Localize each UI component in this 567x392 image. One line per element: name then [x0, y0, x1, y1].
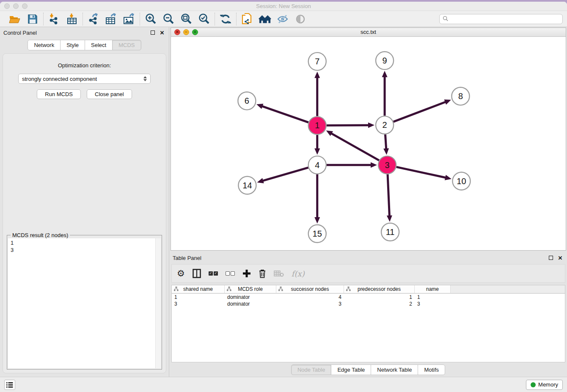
- select-all-icon[interactable]: ✓✓: [209, 268, 218, 279]
- close-window-icon[interactable]: [4, 3, 10, 9]
- gear-icon[interactable]: ⚙: [177, 268, 185, 279]
- duplicate-network-icon[interactable]: [241, 13, 253, 25]
- export-image-icon[interactable]: [123, 13, 135, 25]
- edge-3-1[interactable]: [330, 133, 379, 160]
- tab-mcds[interactable]: MCDS: [112, 40, 141, 50]
- open-folder-icon[interactable]: [8, 13, 21, 25]
- minimize-window-icon[interactable]: [13, 3, 19, 9]
- refresh-icon[interactable]: [219, 13, 232, 25]
- control-panel-tabs: NetworkStyleSelectMCDS: [0, 40, 169, 50]
- result-scrollbar[interactable]: [155, 238, 161, 368]
- table-cell[interactable]: dominator: [225, 301, 276, 307]
- import-table-icon[interactable]: [66, 13, 78, 25]
- close-table-panel-icon[interactable]: ✕: [557, 254, 564, 261]
- float-table-panel-icon[interactable]: [548, 254, 554, 261]
- tab-select[interactable]: Select: [85, 40, 113, 50]
- criterion-select[interactable]: strongly connected component: [18, 74, 151, 84]
- task-history-button[interactable]: [4, 380, 15, 390]
- save-icon[interactable]: [26, 13, 39, 25]
- import-network-icon[interactable]: [48, 13, 61, 25]
- table-cell[interactable]: dominator: [225, 294, 276, 301]
- node-label-4: 4: [315, 160, 319, 170]
- export-network-icon[interactable]: [87, 13, 100, 25]
- network-close-icon[interactable]: ✕: [174, 29, 180, 35]
- ndex-home-icon[interactable]: [259, 13, 271, 25]
- column-header-successor-nodes[interactable]: successor nodes: [276, 285, 344, 293]
- table-row[interactable]: 3dominator323: [172, 301, 565, 307]
- table-header[interactable]: shared nameMCDS rolesuccessor nodesprede…: [172, 285, 565, 294]
- table-cell[interactable]: 1: [415, 294, 451, 301]
- edge-arrowhead: [382, 71, 388, 77]
- close-panel-button[interactable]: Close panel: [87, 89, 132, 99]
- network-canvas[interactable]: 7968124314101511: [171, 37, 566, 250]
- delete-column-icon[interactable]: [259, 268, 266, 279]
- column-header-MCDS-role[interactable]: MCDS role: [225, 285, 276, 293]
- edge-2-8[interactable]: [394, 102, 447, 122]
- node-label-7: 7: [315, 57, 319, 66]
- float-panel-icon[interactable]: [149, 29, 156, 36]
- control-panel: Control Panel ✕ NetworkStyleSelectMCDS O…: [0, 27, 169, 377]
- search-input[interactable]: [439, 14, 563, 24]
- delete-table-icon: [274, 268, 284, 279]
- table-tab-edge-table[interactable]: Edge Table: [331, 364, 371, 375]
- table-tab-node-table[interactable]: Node Table: [291, 364, 332, 375]
- zoom-fit-icon[interactable]: [180, 13, 193, 25]
- run-mcds-button[interactable]: Run MCDS: [37, 89, 81, 99]
- column-header-predecessor-nodes[interactable]: predecessor nodes: [344, 285, 415, 293]
- node-label-10: 10: [457, 177, 466, 186]
- network-maximize-icon[interactable]: +: [192, 29, 198, 35]
- table-cell[interactable]: 3: [172, 301, 225, 307]
- table-cell[interactable]: 3: [415, 301, 451, 307]
- table-cell[interactable]: 2: [344, 301, 415, 307]
- main-window: Session: New Session: [0, 2, 567, 392]
- mcds-result-list[interactable]: 13: [8, 238, 155, 368]
- table-tabs: Node TableEdge TableNetwork TableMotifs: [169, 362, 567, 377]
- table-body[interactable]: 1dominator4113dominator323: [172, 294, 565, 307]
- tab-network[interactable]: Network: [28, 40, 61, 50]
- edge-4-14[interactable]: [261, 168, 308, 181]
- tab-style[interactable]: Style: [60, 40, 85, 50]
- table-cell[interactable]: 1: [344, 294, 415, 301]
- zoom-out-icon[interactable]: [162, 13, 175, 25]
- zoom-window-icon[interactable]: [22, 3, 28, 9]
- memory-button[interactable]: Memory: [526, 380, 563, 390]
- edge-1-6[interactable]: [261, 106, 308, 122]
- traffic-lights[interactable]: [4, 3, 28, 9]
- criterion-value: strongly connected component: [22, 76, 143, 82]
- edge-arrowhead: [445, 175, 451, 180]
- zoom-selected-icon[interactable]: [198, 13, 210, 25]
- edge-2-3[interactable]: [385, 134, 386, 150]
- statusbar: Memory: [0, 377, 567, 392]
- network-graph[interactable]: 7968124314101511: [171, 37, 566, 250]
- table-cell[interactable]: 3: [276, 301, 344, 307]
- show-eye-icon[interactable]: [294, 13, 307, 25]
- table-row[interactable]: 1dominator411: [172, 294, 565, 301]
- window-title: Session: New Session: [0, 3, 567, 9]
- table-panel: Table Panel ✕ ⚙ ✓✓: [169, 252, 567, 377]
- titlebar: Session: New Session: [0, 2, 567, 11]
- deselect-all-icon[interactable]: [226, 268, 235, 279]
- edge-3-11[interactable]: [388, 174, 389, 217]
- column-header-shared-name[interactable]: shared name: [172, 285, 225, 293]
- add-column-icon[interactable]: [242, 268, 251, 279]
- edge-3-10[interactable]: [396, 167, 447, 178]
- table-cell[interactable]: 4: [276, 294, 344, 301]
- export-table-icon[interactable]: [105, 13, 118, 25]
- table-tab-network-table[interactable]: Network Table: [371, 364, 418, 375]
- zoom-in-icon[interactable]: [144, 13, 157, 25]
- column-type-icon: [174, 287, 179, 291]
- result-line[interactable]: 1: [11, 239, 153, 246]
- node-table[interactable]: shared nameMCDS rolesuccessor nodesprede…: [171, 285, 565, 362]
- column-header-name[interactable]: name: [415, 285, 451, 293]
- table-tab-motifs[interactable]: Motifs: [418, 364, 445, 375]
- column-browser-icon[interactable]: [193, 268, 201, 279]
- hide-eye-icon[interactable]: [276, 13, 289, 25]
- result-line[interactable]: 3: [11, 246, 153, 254]
- edge-arrowhead: [256, 104, 263, 109]
- table-cell[interactable]: 1: [172, 294, 225, 301]
- search-icon: [443, 16, 449, 22]
- edge-arrowhead: [314, 148, 320, 155]
- edge-1-2[interactable]: [327, 125, 370, 126]
- close-panel-icon[interactable]: ✕: [159, 29, 165, 36]
- network-minimize-icon[interactable]: −: [183, 29, 189, 35]
